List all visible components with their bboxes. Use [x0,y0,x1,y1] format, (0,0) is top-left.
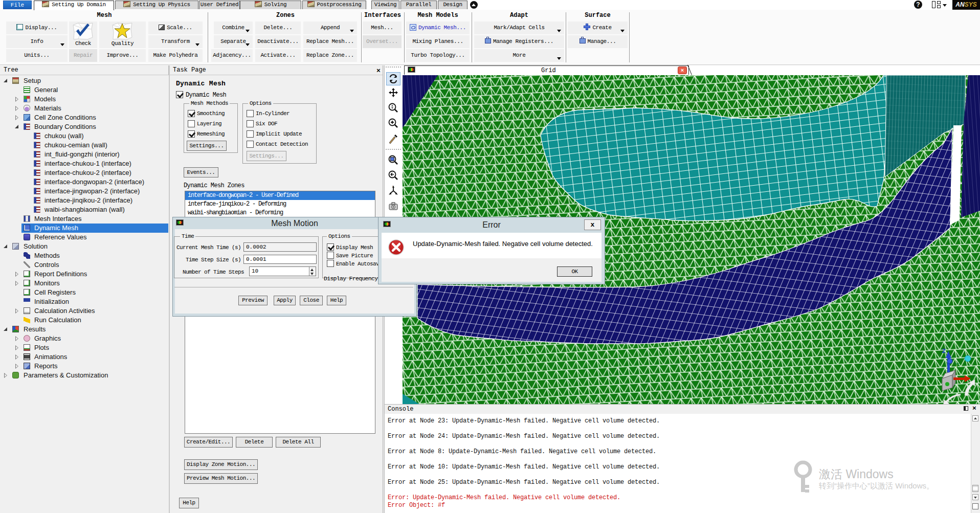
svg-text:Y: Y [955,362,960,368]
svg-text:Z: Z [942,348,946,354]
svg-text:v: v [392,185,394,188]
